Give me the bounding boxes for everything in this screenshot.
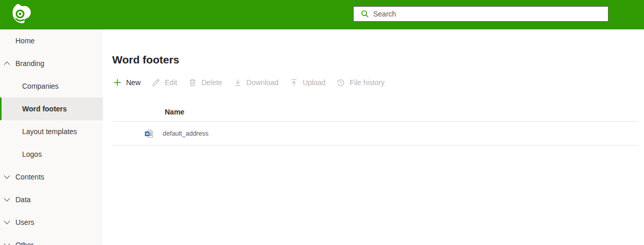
sidebar-item-label: Companies — [22, 82, 59, 90]
chevron-down-icon — [4, 220, 10, 225]
toolbar-button-label: Download — [247, 78, 279, 87]
sidebar-item-label: Layout templates — [22, 127, 77, 136]
delete-button: Delete — [186, 75, 224, 90]
search-box — [353, 6, 608, 22]
sidebar-item-other[interactable]: Other — [0, 234, 103, 245]
table-row[interactable]: Wdefault_address — [112, 122, 638, 145]
trash-icon — [188, 78, 197, 87]
sidebar-item-contents[interactable]: Contents — [0, 166, 103, 188]
toolbar-button-label: Edit — [165, 78, 177, 87]
column-header-name[interactable]: Name — [165, 108, 184, 116]
new-button[interactable]: New — [111, 75, 143, 90]
chameleon-logo-icon[interactable] — [10, 3, 34, 27]
chevron-down-icon — [4, 174, 10, 179]
edit-button: Edit — [150, 75, 179, 90]
sidebar-item-label: Data — [15, 195, 31, 204]
page-title: Word footers — [112, 53, 644, 67]
chevron-down-icon — [4, 197, 10, 202]
file-name: default_address — [163, 130, 208, 137]
sidebar-item-label: Contents — [15, 173, 44, 181]
chevron-up-icon — [4, 61, 10, 66]
file-history-button: File history — [335, 75, 387, 90]
table-header: Name — [112, 103, 638, 122]
file-history-icon — [337, 78, 345, 87]
download-icon — [234, 78, 242, 87]
word-file-icon: W — [145, 129, 154, 138]
sidebar-item-data[interactable]: Data — [0, 188, 103, 211]
upload-button: Upload — [288, 75, 327, 90]
chevron-down-icon — [4, 242, 10, 245]
toolbar-button-label: New — [126, 78, 141, 87]
sidebar-item-label: Logos — [22, 150, 42, 158]
top-bar — [0, 0, 644, 29]
sidebar-item-word-footers[interactable]: Word footers — [0, 97, 103, 120]
sidebar-item-users[interactable]: Users — [0, 211, 103, 234]
sidebar-item-branding[interactable]: Branding — [0, 52, 103, 75]
sidebar: HomeBrandingCompaniesWord footersLayout … — [0, 29, 103, 245]
search-input[interactable] — [373, 7, 608, 21]
main-content: Word footers NewEditDeleteDownloadUpload… — [103, 29, 644, 245]
sidebar-item-home[interactable]: Home — [0, 29, 103, 52]
files-table: Name Wdefault_address — [112, 103, 638, 145]
upload-icon — [290, 78, 298, 87]
sidebar-item-label: Word footers — [22, 105, 67, 113]
toolbar-button-label: Delete — [201, 78, 222, 87]
toolbar: NewEditDeleteDownloadUploadFile history — [111, 75, 644, 90]
search-icon — [361, 10, 369, 18]
sidebar-item-companies[interactable]: Companies — [0, 75, 103, 97]
sidebar-item-label: Home — [15, 37, 34, 45]
sidebar-item-layout-templates[interactable]: Layout templates — [0, 120, 103, 143]
plus-icon — [113, 78, 121, 87]
sidebar-item-label: Branding — [15, 59, 44, 68]
toolbar-button-label: Upload — [303, 78, 325, 87]
sidebar-item-label: Users — [15, 218, 34, 226]
download-button: Download — [232, 75, 281, 90]
sidebar-item-label: Other — [15, 241, 33, 245]
toolbar-button-label: File history — [350, 78, 385, 87]
sidebar-item-logos[interactable]: Logos — [0, 143, 103, 166]
pencil-icon — [152, 78, 160, 87]
svg-text:W: W — [146, 132, 149, 135]
